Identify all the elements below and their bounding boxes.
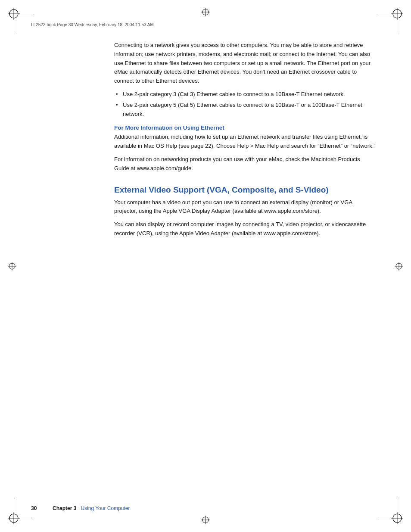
corner-mark-tr bbox=[391, 8, 403, 20]
crop-br-h bbox=[377, 518, 390, 518]
corner-mark-bl bbox=[8, 512, 20, 524]
footer-chapter: Chapter 3 Using Your Computer bbox=[53, 505, 130, 511]
video-paragraph-2: You can also display or record computer … bbox=[114, 220, 377, 238]
crop-br-v bbox=[397, 498, 397, 511]
corner-mark-br bbox=[391, 512, 403, 524]
ethernet-paragraph-2: For information on networking products y… bbox=[114, 155, 377, 173]
center-mark-bottom bbox=[201, 516, 210, 524]
crop-tr-h bbox=[377, 14, 390, 14]
bullet-item-2: Use 2-pair category 5 (Cat 5) Ethernet c… bbox=[114, 101, 377, 119]
header-info: LL2522.book Page 30 Wednesday, February … bbox=[31, 22, 154, 27]
content-area: Connecting to a network gives you access… bbox=[114, 41, 377, 485]
video-paragraph-1: Your computer has a video out port you c… bbox=[114, 198, 377, 216]
video-heading: External Video Support (VGA, Composite, … bbox=[114, 185, 377, 195]
center-mark-right bbox=[395, 262, 403, 271]
crop-tl-h bbox=[21, 14, 34, 14]
chapter-label: Chapter 3 bbox=[53, 505, 76, 511]
ethernet-paragraph-1: Additional information, including how to… bbox=[114, 133, 377, 151]
ethernet-heading: For More Information on Using Ethernet bbox=[114, 124, 377, 131]
center-mark-left bbox=[8, 262, 16, 271]
chapter-name: Using Your Computer bbox=[81, 505, 130, 511]
corner-mark-tl bbox=[8, 8, 20, 20]
center-mark-top bbox=[201, 8, 210, 16]
crop-tl-v bbox=[14, 21, 14, 34]
page-number: 30 bbox=[31, 505, 37, 511]
intro-paragraph: Connecting to a network gives you access… bbox=[114, 41, 377, 86]
bullet-list: Use 2-pair category 3 (Cat 3) Ethernet c… bbox=[114, 90, 377, 118]
crop-tr-v bbox=[397, 21, 397, 34]
bullet-item-1: Use 2-pair category 3 (Cat 3) Ethernet c… bbox=[114, 90, 377, 99]
crop-bl-v bbox=[14, 498, 14, 511]
crop-bl-h bbox=[21, 518, 34, 518]
